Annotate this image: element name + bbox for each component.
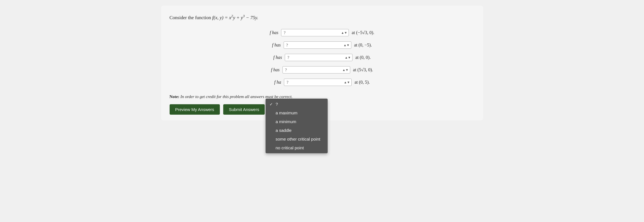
dropdown-item-other[interactable]: some other critical point <box>266 135 328 143</box>
statement-prefix: Consider the function <box>170 15 213 20</box>
f-has-label-4: f has <box>271 67 280 72</box>
dropdown-label-saddle: a saddle <box>276 128 292 133</box>
select-wrapper-5: ? a maximum a minimum a saddle some othe… <box>284 79 352 86</box>
submit-button[interactable]: Submit Answers <box>223 104 265 115</box>
f-has-label-2: f has <box>272 43 281 48</box>
answer-row-5: f ha ? a maximum a minimum a saddle some… <box>274 79 370 86</box>
f-has-label-3: f has <box>273 55 282 60</box>
checkmark-other <box>270 137 274 141</box>
checkmark-minimum <box>270 119 274 124</box>
checkmark-maximum <box>270 111 274 115</box>
answer-row-3: f has ? a maximum a minimum a saddle som… <box>273 54 371 61</box>
checkmark-saddle <box>270 128 274 133</box>
checkmark-none <box>270 146 274 150</box>
dropdown-item-saddle[interactable]: a saddle <box>266 126 328 135</box>
answer-select-4[interactable]: ? a maximum a minimum a saddle some othe… <box>282 66 350 74</box>
dropdown-label-other: some other critical point <box>276 137 320 141</box>
at-point-2: at (0, −5). <box>354 43 372 48</box>
answer-select-1[interactable]: ? a maximum a minimum a saddle some othe… <box>281 29 349 36</box>
answer-select-5[interactable]: ? a maximum a minimum a saddle some othe… <box>284 79 352 86</box>
at-point-4: at (5√3, 0). <box>353 67 373 72</box>
answer-row-4: f has ? a maximum a minimum a saddle som… <box>271 66 373 74</box>
at-point-1: at (−5√3, 0). <box>352 30 374 35</box>
checkmark-question: ✓ <box>270 102 274 106</box>
answer-select-3[interactable]: ? a maximum a minimum a saddle some othe… <box>285 54 352 61</box>
select-wrapper-2: ? a maximum a minimum a saddle some othe… <box>284 41 351 49</box>
function-formula: f(x, y) = x2y + y3 − 75y. <box>212 15 258 20</box>
dropdown-item-question[interactable]: ✓ ? <box>266 100 328 108</box>
answer-select-2[interactable]: ? a maximum a minimum a saddle some othe… <box>284 41 351 49</box>
dropdown-popup: ✓ ? a maximum a minimum a saddle some ot… <box>266 99 328 153</box>
problem-statement: Consider the function f(x, y) = x2y + y3… <box>170 14 475 21</box>
dropdown-label-none: no critical point <box>276 145 304 150</box>
select-wrapper-1: ? a maximum a minimum a saddle some othe… <box>281 29 349 36</box>
preview-button[interactable]: Preview My Answers <box>170 104 220 115</box>
at-point-5: at (0, 5). <box>354 80 370 85</box>
at-point-3: at (0, 0). <box>355 55 371 60</box>
answer-rows: f has ? a maximum a minimum a saddle som… <box>170 29 475 86</box>
dropdown-label-question: ? <box>276 102 278 106</box>
dropdown-item-none[interactable]: no critical point <box>266 143 328 152</box>
select-wrapper-4: ? a maximum a minimum a saddle some othe… <box>282 66 350 74</box>
select-wrapper-3: ? a maximum a minimum a saddle some othe… <box>285 54 352 61</box>
answer-row-1: f has ? a maximum a minimum a saddle som… <box>270 29 374 36</box>
f-has-label-1: f has <box>270 30 279 35</box>
page-container: Consider the function f(x, y) = x2y + y3… <box>161 6 483 120</box>
dropdown-item-maximum[interactable]: a maximum <box>266 108 328 117</box>
f-has-label-5: f ha <box>274 80 281 85</box>
dropdown-item-minimum[interactable]: a minimum <box>266 117 328 126</box>
note-bold: Note: <box>170 94 179 99</box>
answer-row-2: f has ? a maximum a minimum a saddle som… <box>272 41 372 49</box>
note-text: In order to get credit for this problem … <box>180 94 292 99</box>
dropdown-label-maximum: a maximum <box>276 110 298 115</box>
dropdown-label-minimum: a minimum <box>276 119 296 124</box>
